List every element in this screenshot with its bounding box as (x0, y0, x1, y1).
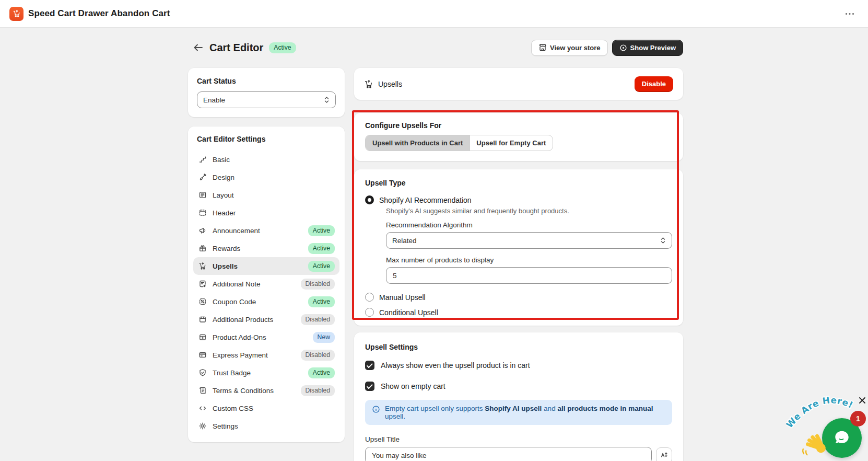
sidebar-item-rewards[interactable]: Rewards Active (193, 239, 339, 257)
cart-up-icon (198, 262, 207, 271)
cart-up-icon (364, 79, 373, 89)
shield-check-icon (198, 368, 207, 377)
sidebar-item-design[interactable]: Design (193, 168, 339, 186)
status-badge: Disabled (301, 314, 335, 325)
storefront-icon (538, 43, 547, 52)
algorithm-select[interactable]: Related (386, 232, 672, 249)
kebab-menu-icon[interactable] (841, 9, 859, 18)
status-badge: Active (308, 261, 335, 272)
translate-icon (660, 451, 668, 459)
upsells-panel-header: Upsells Disable (354, 68, 683, 100)
sidebar-item-additional-products[interactable]: Additional Products Disabled (193, 310, 339, 328)
status-badge: Active (308, 367, 335, 378)
checkbox-empty-label: Show on empty cart (381, 382, 445, 390)
radio-unselected-icon[interactable] (365, 293, 374, 302)
cart-editor-settings-card: Cart Editor Settings Basic Design Layout… (188, 126, 345, 442)
code-icon (198, 404, 207, 413)
sidebar-item-additional-note[interactable]: Additional Note Disabled (193, 275, 339, 293)
scroll-icon (198, 386, 207, 395)
brush-icon (198, 173, 207, 182)
sidebar-item-trust-badge[interactable]: Trust Badge Active (193, 364, 339, 382)
radio-manual-upsell[interactable]: Manual Upsell (365, 293, 672, 302)
page-header: Cart Editor Active View your store Show … (191, 38, 683, 57)
show-preview-label: Show Preview (630, 44, 676, 52)
checkbox-show-empty-cart[interactable]: Show on empty cart (365, 382, 672, 391)
view-your-store-label: View your store (550, 44, 601, 52)
tab-upsell-with-products[interactable]: Upsell with Products in Cart (366, 135, 470, 151)
radio-conditional-upsell[interactable]: Conditional Upsell (365, 308, 672, 317)
settings-nav-heading: Cart Editor Settings (193, 135, 339, 143)
upsell-title-input[interactable] (365, 447, 652, 461)
radio-selected-icon[interactable] (365, 195, 374, 204)
checkbox-always-show[interactable]: Always show even the upsell product is i… (365, 361, 672, 370)
radio-manual-label: Manual Upsell (379, 293, 426, 302)
max-products-label: Max number of products to display (386, 256, 672, 264)
cart-status-value: Enable (203, 96, 225, 104)
radio-shopify-ai-label: Shopify AI Recommendation (379, 196, 472, 204)
status-badge: Disabled (301, 385, 335, 396)
info-icon (372, 405, 380, 413)
left-sidebar: Cart Status Enable Cart Editor Settings … (188, 68, 345, 442)
checkbox-checked-icon[interactable] (365, 361, 374, 370)
upsell-settings-heading: Upsell Settings (365, 343, 672, 351)
upsell-type-card: Upsell Type Shopify AI Recommendation Sh… (354, 169, 683, 326)
chat-close-icon[interactable] (857, 395, 868, 406)
sidebar-item-layout[interactable]: Layout (193, 186, 339, 204)
note-plus-icon (198, 280, 207, 289)
status-badge: Disabled (301, 279, 335, 290)
sidebar-item-announcement[interactable]: Announcement Active (193, 222, 339, 239)
radio-unselected-icon[interactable] (365, 308, 374, 317)
sidebar-item-terms-conditions[interactable]: Terms & Conditions Disabled (193, 382, 339, 399)
settings-nav-list: Basic Design Layout Header Announcement … (193, 151, 339, 435)
algorithm-label: Recommendation Algorithm (386, 221, 672, 229)
preview-eye-icon (619, 44, 627, 52)
show-preview-button[interactable]: Show Preview (612, 40, 683, 56)
checkbox-always-label: Always show even the upsell product is i… (381, 361, 530, 370)
tab-upsell-empty-cart[interactable]: Upsell for Empty Cart (470, 135, 553, 151)
upsell-mode-segmented-control: Upsell with Products in Cart Upsell for … (365, 135, 553, 151)
cart-status-card: Cart Status Enable (188, 68, 345, 117)
info-banner: Empty cart upsell only supports Shopify … (365, 400, 672, 425)
sidebar-item-header[interactable]: Header (193, 204, 339, 222)
sidebar-item-settings[interactable]: Settings (193, 417, 339, 435)
translate-button[interactable] (656, 447, 672, 461)
view-your-store-button[interactable]: View your store (531, 40, 608, 56)
credit-card-icon (198, 351, 207, 360)
sidebar-item-basic[interactable]: Basic (193, 151, 339, 168)
configure-heading: Configure Upsells For (365, 121, 672, 130)
megaphone-icon (198, 226, 207, 235)
radio-shopify-ai[interactable]: Shopify AI Recommendation (365, 195, 672, 204)
chevron-updown-icon (324, 96, 330, 103)
page-title: Cart Editor (209, 42, 263, 54)
status-badge: Active (308, 225, 335, 236)
max-products-input[interactable] (386, 267, 672, 284)
checkbox-checked-icon[interactable] (365, 382, 374, 391)
cart-status-select[interactable]: Enable (197, 91, 336, 108)
gift-icon (198, 244, 207, 253)
status-badge: Active (308, 296, 335, 307)
app-title: Speed Cart Drawer Abandon Cart (28, 8, 170, 19)
gear-icon (198, 422, 207, 431)
configure-upsells-card: Configure Upsells For Upsell with Produc… (354, 113, 683, 161)
upsells-panel-title: Upsells (378, 80, 402, 88)
sidebar-item-upsells[interactable]: Upsells Active (193, 257, 339, 275)
chat-unread-badge: 1 (850, 411, 866, 427)
header-icon (198, 209, 207, 217)
status-badge: Active (269, 42, 296, 53)
box-icon (198, 315, 207, 324)
info-banner-text: Empty cart upsell only supports Shopify … (385, 405, 665, 420)
back-arrow-icon[interactable] (191, 41, 205, 54)
sidebar-item-product-add-ons[interactable]: Product Add-Ons New (193, 328, 339, 346)
algorithm-value: Related (392, 237, 417, 245)
sidebar-item-express-payment[interactable]: Express Payment Disabled (193, 346, 339, 364)
sidebar-item-coupon-code[interactable]: Coupon Code Active (193, 293, 339, 310)
status-badge: Active (308, 243, 335, 254)
status-badge: New (313, 332, 335, 343)
upsell-type-heading: Upsell Type (365, 179, 672, 187)
disable-button[interactable]: Disable (635, 76, 673, 92)
sidebar-item-custom-css[interactable]: Custom CSS (193, 399, 339, 417)
app-logo-icon (9, 7, 24, 21)
layout-icon (198, 191, 207, 200)
stairs-icon (198, 155, 207, 164)
chevron-updown-icon (660, 237, 666, 244)
